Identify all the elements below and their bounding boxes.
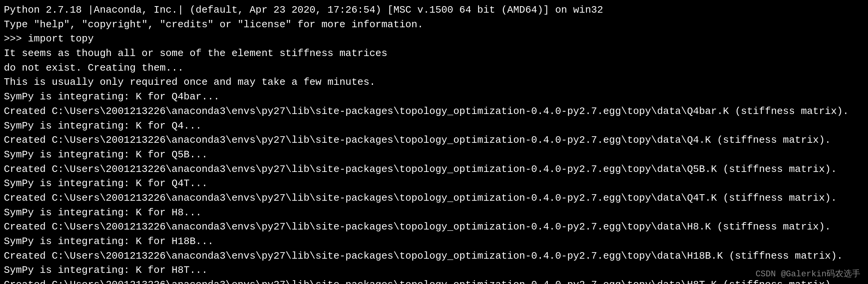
terminal-line: SymPy is integrating: K for Q5B... [4,148,864,162]
terminal-line: Created C:\Users\2001213226\anaconda3\en… [4,220,864,234]
watermark: CSDN @Galerkin码农选手 [755,268,860,279]
terminal-line: Python 2.7.18 |Anaconda, Inc.| (default,… [4,3,864,18]
terminal-line: do not exist. Creating them... [4,61,864,76]
terminal-line: Created C:\Users\2001213226\anaconda3\en… [4,133,864,148]
terminal: Python 2.7.18 |Anaconda, Inc.| (default,… [0,0,868,284]
terminal-line: Created C:\Users\2001213226\anaconda3\en… [4,249,864,264]
terminal-line: Created C:\Users\2001213226\anaconda3\en… [4,191,864,206]
terminal-line: SymPy is integrating: K for H8T... [4,263,864,278]
terminal-line: Created C:\Users\2001213226\anaconda3\en… [4,278,864,284]
terminal-line: SymPy is integrating: K for H18B... [4,234,864,249]
terminal-line: Created C:\Users\2001213226\anaconda3\en… [4,162,864,177]
terminal-line: Type "help", "copyright", "credits" or "… [4,18,864,32]
terminal-line: It seems as though all or some of the el… [4,46,864,61]
terminal-line: SymPy is integrating: K for H8... [4,206,864,220]
terminal-line: >>> import topy [4,32,864,46]
terminal-line: Created C:\Users\2001213226\anaconda3\en… [4,104,864,119]
terminal-line: This is usually only required once and m… [4,75,864,90]
terminal-line: SymPy is integrating: K for Q4... [4,119,864,134]
terminal-line: SymPy is integrating: K for Q4bar... [4,90,864,104]
terminal-line: SymPy is integrating: K for Q4T... [4,177,864,191]
